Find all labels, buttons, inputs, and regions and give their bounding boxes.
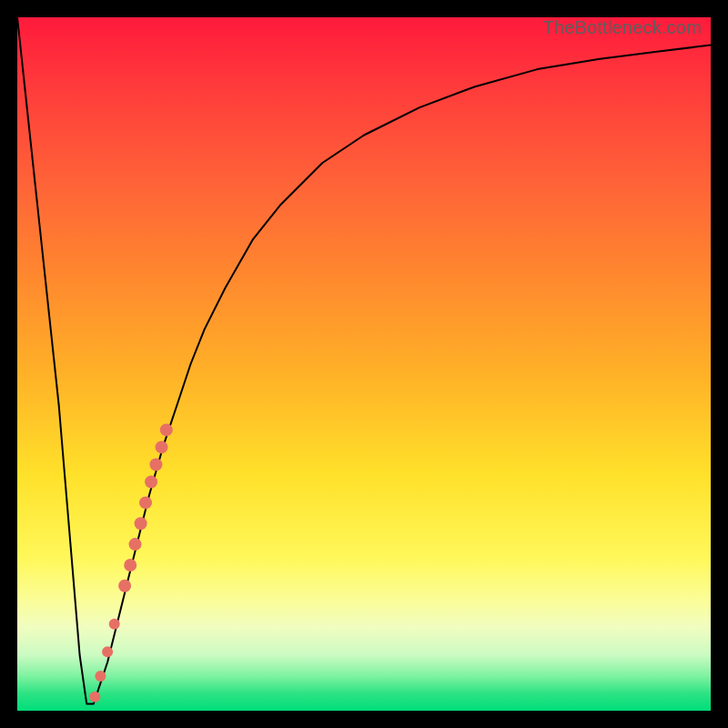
marker-dot	[124, 559, 136, 571]
plot-area: TheBottleneck.com	[17, 17, 711, 711]
marker-dot	[129, 538, 142, 551]
marker-dot	[149, 459, 162, 471]
watermark-text: TheBottleneck.com	[542, 17, 702, 38]
chart-frame: TheBottleneck.com	[0, 0, 728, 728]
marker-dot	[95, 671, 106, 682]
bottleneck-curve	[17, 17, 711, 703]
marker-dot	[102, 646, 113, 657]
marker-dot	[135, 517, 147, 530]
marker-dot	[160, 423, 173, 436]
chart-svg	[17, 17, 711, 711]
marker-dot	[145, 476, 157, 489]
marker-dot	[109, 619, 120, 630]
marker-dot	[118, 580, 131, 592]
marker-dot	[139, 496, 152, 509]
marker-dot	[89, 692, 100, 703]
marker-dot	[156, 440, 168, 453]
